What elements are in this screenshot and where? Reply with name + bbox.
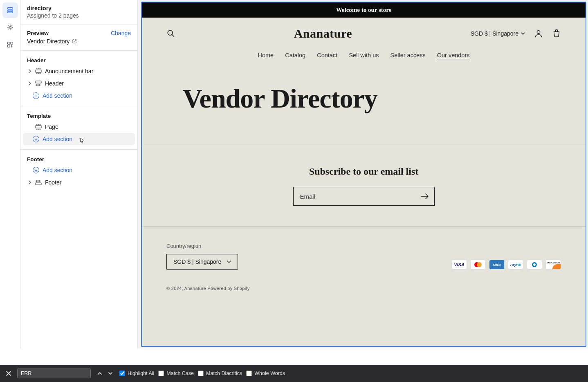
header-group: Header Announcement bar Header + Add sec… <box>20 51 137 106</box>
svg-rect-4 <box>8 42 10 44</box>
preview-pane: Welcome to our store Ananature SGD $ | S… <box>138 0 588 348</box>
payment-mastercard <box>470 260 486 270</box>
main-nav: Home Catalog Contact Sell with us Seller… <box>166 52 561 58</box>
add-section-label: Add section <box>43 167 72 173</box>
match-diacritics-toggle[interactable]: Match Diacritics <box>198 371 242 376</box>
close-findbar[interactable] <box>4 369 13 378</box>
nav-home[interactable]: Home <box>258 52 274 58</box>
chevron-down-icon <box>227 260 231 264</box>
newsletter-section: Subscribe to our email list <box>142 147 586 226</box>
section-icon <box>35 124 42 130</box>
account-icon[interactable] <box>534 29 543 38</box>
add-section-footer[interactable]: + Add section <box>20 164 137 176</box>
chevron-down-icon <box>108 371 113 376</box>
svg-rect-8 <box>36 81 41 83</box>
search-icon[interactable] <box>166 29 175 38</box>
country-selector[interactable]: SGD $ | Singapore <box>166 254 238 270</box>
copyright-brand-link[interactable]: Ananature <box>184 286 206 291</box>
svg-rect-9 <box>36 126 41 128</box>
page-title: Vendor Directory <box>183 83 545 114</box>
editor-icon-rail <box>0 0 20 348</box>
section-footer[interactable]: Footer <box>23 176 135 189</box>
footer-group-title: Footer <box>20 154 137 164</box>
cursor-pointer-icon <box>79 137 86 145</box>
gear-icon <box>7 24 14 31</box>
sections-icon <box>7 7 14 14</box>
whole-words-toggle[interactable]: Whole Words <box>246 371 285 376</box>
svg-rect-2 <box>8 11 13 13</box>
find-input[interactable] <box>17 369 91 378</box>
footer-group: Footer + Add section Footer <box>20 149 137 193</box>
add-section-template[interactable]: + Add section <box>23 133 135 145</box>
app-embeds-tab[interactable] <box>2 37 18 52</box>
whole-words-label: Whole Words <box>254 371 285 376</box>
nav-catalog[interactable]: Catalog <box>285 52 305 58</box>
preview-selector: Preview Change Vendor Directory <box>20 25 137 51</box>
footer-bottom: Country/region SGD $ | Singapore VISA AM… <box>142 226 586 299</box>
country-label: Country/region <box>166 243 238 249</box>
locale-label: SGD $ | Singapore <box>471 30 518 37</box>
svg-rect-5 <box>11 42 13 44</box>
preview-page-link[interactable]: Vendor Directory <box>27 38 131 45</box>
nav-sell-with-us[interactable]: Sell with us <box>349 52 379 58</box>
template-assigned: Assigned to 2 pages <box>27 12 131 19</box>
section-label: Announcement bar <box>45 68 93 74</box>
plus-circle-icon: + <box>33 167 39 173</box>
section-announcement-bar[interactable]: Announcement bar <box>23 65 135 77</box>
nav-contact[interactable]: Contact <box>317 52 337 58</box>
page-content: Vendor Directory <box>142 58 586 147</box>
section-label: Page <box>45 124 58 130</box>
section-icon <box>35 180 42 185</box>
preview-page-name: Vendor Directory <box>27 38 70 45</box>
close-icon <box>6 371 11 376</box>
match-diacritics-checkbox[interactable] <box>198 371 204 376</box>
store-brand[interactable]: Ananature <box>294 27 352 40</box>
section-label: Header <box>45 80 64 87</box>
subscribe-button[interactable] <box>415 193 434 199</box>
newsletter-form <box>293 187 435 206</box>
theme-settings-tab[interactable] <box>2 20 18 35</box>
cart-icon[interactable] <box>552 29 561 38</box>
add-section-header[interactable]: + Add section <box>20 90 137 102</box>
match-case-toggle[interactable]: Match Case <box>158 371 194 376</box>
section-page[interactable]: Page <box>23 121 135 133</box>
section-icon <box>35 81 42 86</box>
whole-words-checkbox[interactable] <box>246 371 252 376</box>
template-group-title: Template <box>20 110 137 121</box>
chevron-right-icon <box>28 180 32 184</box>
highlight-all-checkbox[interactable] <box>119 371 125 376</box>
copyright-prefix: © 2024, <box>166 286 184 291</box>
match-case-label: Match Case <box>166 371 194 376</box>
template-name: directory <box>27 5 131 11</box>
plus-circle-icon: + <box>33 136 39 142</box>
locale-selector-top[interactable]: SGD $ | Singapore <box>471 30 525 37</box>
find-next[interactable] <box>105 369 115 378</box>
payment-visa: VISA <box>451 260 467 270</box>
nav-seller-access[interactable]: Seller access <box>390 52 425 58</box>
match-case-checkbox[interactable] <box>158 371 164 376</box>
payment-diners <box>527 260 542 270</box>
svg-point-14 <box>477 262 482 267</box>
chevron-right-icon <box>28 81 32 85</box>
svg-rect-7 <box>36 70 41 72</box>
store-header: Ananature SGD $ | Singapore Home Catalog… <box>142 18 586 58</box>
svg-point-3 <box>9 27 11 29</box>
plus-circle-icon: + <box>33 92 39 99</box>
payment-amex: AMEX <box>489 260 505 270</box>
section-label: Footer <box>45 179 61 186</box>
store-canvas[interactable]: Welcome to our store Ananature SGD $ | S… <box>141 2 586 347</box>
subscribe-heading: Subscribe to our email list <box>166 166 561 177</box>
nav-our-vendors[interactable]: Our vendors <box>437 52 470 58</box>
template-group: Template Page + Add section <box>20 106 137 149</box>
find-prev[interactable] <box>95 369 105 378</box>
payment-discover: DISCOVER <box>545 260 561 270</box>
highlight-all-toggle[interactable]: Highlight All <box>119 371 154 376</box>
apps-icon <box>7 41 14 48</box>
change-preview-link[interactable]: Change <box>111 30 131 36</box>
payment-icons: VISA AMEX PayPal DISCOVER <box>451 260 561 270</box>
announcement-bar[interactable]: Welcome to our store <box>142 2 586 18</box>
arrow-right-icon <box>421 193 429 199</box>
section-header[interactable]: Header <box>23 77 135 90</box>
email-input[interactable] <box>294 193 415 200</box>
sections-tab[interactable] <box>2 2 18 18</box>
